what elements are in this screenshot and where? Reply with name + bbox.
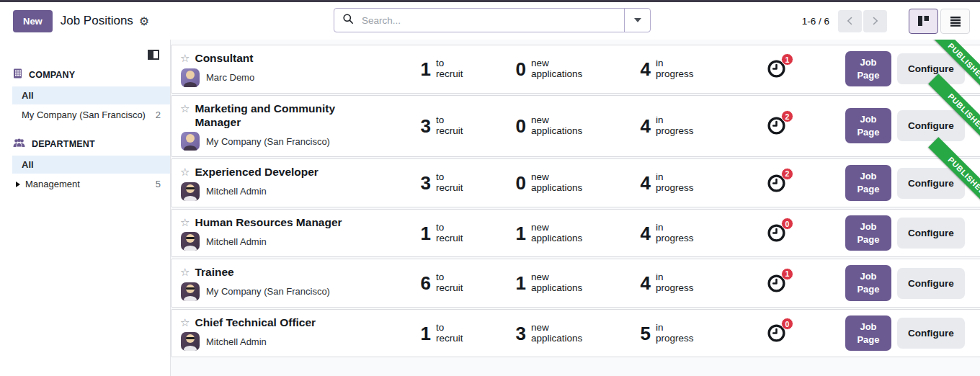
- expand-arrow-icon[interactable]: [16, 182, 20, 187]
- search-icon: [342, 13, 354, 27]
- job-page-button[interactable]: Job Page: [845, 108, 891, 143]
- search-input[interactable]: [360, 14, 616, 27]
- activity-count-badge: 0: [781, 218, 793, 230]
- new-applications-stat[interactable]: 0 new applications: [486, 58, 605, 80]
- filter-label: My Company (San Francisco): [22, 109, 146, 120]
- favorite-star-icon[interactable]: ☆: [180, 315, 190, 330]
- new-applications-stat[interactable]: 1 new applications: [486, 223, 605, 244]
- pager-next-button[interactable]: [863, 10, 887, 32]
- to-recruit-label: to recruit: [436, 223, 472, 244]
- in-progress-count: 4: [605, 224, 651, 243]
- favorite-star-icon[interactable]: ☆: [180, 215, 190, 230]
- job-card[interactable]: ☆ Experienced Developer Mitchell Admin 3…: [171, 158, 980, 207]
- new-applications-count: 0: [486, 117, 526, 135]
- avatar: [181, 232, 200, 251]
- in-progress-stat[interactable]: 4 in progress: [605, 58, 713, 80]
- new-applications-label: new applications: [531, 58, 593, 80]
- job-subtitle: Mitchell Admin: [206, 236, 267, 247]
- job-title: Chief Technical Officer: [195, 315, 316, 329]
- favorite-star-icon[interactable]: ☆: [180, 51, 190, 66]
- company-filter-my-company[interactable]: My Company (San Francisco) 2: [12, 106, 170, 124]
- new-applications-stat[interactable]: 0 new applications: [486, 115, 605, 137]
- configure-button[interactable]: Configure: [897, 218, 965, 249]
- to-recruit-label: to recruit: [436, 58, 472, 80]
- to-recruit-count: 1: [411, 324, 431, 343]
- in-progress-stat[interactable]: 5 in progress: [605, 323, 713, 344]
- department-filter-management[interactable]: Management 5: [12, 175, 170, 193]
- activity-count-badge: 1: [781, 53, 793, 66]
- filter-count: 5: [156, 179, 161, 189]
- in-progress-stat[interactable]: 4 in progress: [605, 115, 713, 137]
- job-title: Human Resources Manager: [195, 215, 342, 229]
- kanban-view-button[interactable]: [909, 9, 938, 34]
- activity-count-badge: 2: [781, 168, 793, 180]
- new-applications-stat[interactable]: 1 new applications: [486, 272, 605, 294]
- in-progress-count: 4: [605, 274, 651, 292]
- job-subtitle: My Company (San Francisco): [206, 286, 330, 297]
- building-icon: [13, 68, 22, 81]
- new-button[interactable]: New: [13, 10, 53, 32]
- in-progress-label: in progress: [656, 172, 699, 194]
- job-page-button[interactable]: Job Page: [845, 51, 891, 86]
- activity-clock-icon[interactable]: 0: [767, 323, 786, 343]
- job-card[interactable]: ☆ Marketing and Community Manager My Com…: [171, 95, 980, 158]
- to-recruit-stat: 3 to recruit: [411, 172, 486, 194]
- activity-clock-icon[interactable]: 1: [767, 274, 786, 293]
- new-applications-label: new applications: [531, 172, 593, 194]
- configure-button[interactable]: Configure: [897, 268, 965, 299]
- job-card[interactable]: ☆ Consultant Marc Demo 1 to recruit: [171, 45, 980, 94]
- job-title: Experienced Developer: [195, 165, 318, 179]
- in-progress-stat[interactable]: 4 in progress: [605, 223, 713, 244]
- in-progress-stat[interactable]: 4 in progress: [605, 272, 713, 294]
- in-progress-count: 5: [605, 324, 651, 343]
- avatar: [181, 332, 200, 351]
- control-panel: New Job Positions ⚙ 1-6 / 6: [0, 2, 980, 40]
- filter-label: All: [22, 90, 34, 101]
- job-page-button[interactable]: Job Page: [845, 165, 891, 200]
- job-card[interactable]: ☆ Human Resources Manager Mitchell Admin…: [171, 209, 980, 258]
- department-section: DEPARTMENT All Management 5: [0, 134, 170, 193]
- in-progress-stat[interactable]: 4 in progress: [605, 172, 713, 194]
- pager-previous-button[interactable]: [838, 10, 862, 32]
- favorite-star-icon[interactable]: ☆: [180, 165, 190, 179]
- to-recruit-stat: 1 to recruit: [411, 58, 486, 80]
- job-page-button[interactable]: Job Page: [845, 265, 891, 300]
- gear-icon[interactable]: ⚙: [139, 14, 149, 28]
- sidebar-toggle-icon[interactable]: [148, 50, 159, 63]
- new-applications-label: new applications: [531, 272, 593, 294]
- to-recruit-stat: 6 to recruit: [411, 272, 486, 294]
- search-dropdown-toggle[interactable]: [624, 9, 650, 32]
- company-section-header[interactable]: COMPANY: [0, 64, 170, 85]
- job-page-button[interactable]: Job Page: [845, 215, 891, 251]
- to-recruit-stat: 1 to recruit: [411, 323, 486, 344]
- activity-clock-icon[interactable]: 2: [767, 174, 786, 193]
- new-applications-count: 0: [486, 174, 526, 192]
- page-title: Job Positions: [61, 14, 133, 28]
- favorite-star-icon[interactable]: ☆: [180, 265, 190, 279]
- activity-clock-icon[interactable]: 2: [767, 116, 786, 135]
- filter-label: All: [22, 159, 34, 170]
- new-applications-count: 1: [486, 274, 526, 292]
- activity-clock-icon[interactable]: 1: [767, 59, 786, 79]
- to-recruit-label: to recruit: [436, 272, 472, 294]
- new-applications-stat[interactable]: 0 new applications: [486, 172, 605, 194]
- department-filter-all[interactable]: All: [12, 156, 170, 174]
- to-recruit-count: 1: [411, 60, 431, 79]
- in-progress-label: in progress: [656, 115, 699, 137]
- new-applications-label: new applications: [531, 323, 593, 344]
- job-page-button[interactable]: Job Page: [845, 315, 891, 351]
- avatar: [181, 132, 200, 151]
- job-subtitle: Marc Demo: [206, 72, 254, 83]
- activity-clock-icon[interactable]: 0: [767, 223, 786, 243]
- new-applications-stat[interactable]: 3 new applications: [486, 323, 605, 344]
- job-card[interactable]: ☆ Chief Technical Officer Mitchell Admin…: [171, 309, 980, 358]
- department-section-header[interactable]: DEPARTMENT: [0, 134, 170, 154]
- company-filter-all[interactable]: All: [12, 86, 170, 104]
- in-progress-label: in progress: [656, 272, 699, 294]
- list-view-button[interactable]: [940, 9, 970, 34]
- configure-button[interactable]: Configure: [897, 318, 965, 349]
- to-recruit-count: 3: [411, 117, 431, 135]
- configure-button[interactable]: Configure: [897, 110, 965, 141]
- favorite-star-icon[interactable]: ☆: [180, 102, 190, 116]
- job-card[interactable]: ☆ Trainee My Company (San Francisco) 6 t…: [171, 259, 980, 308]
